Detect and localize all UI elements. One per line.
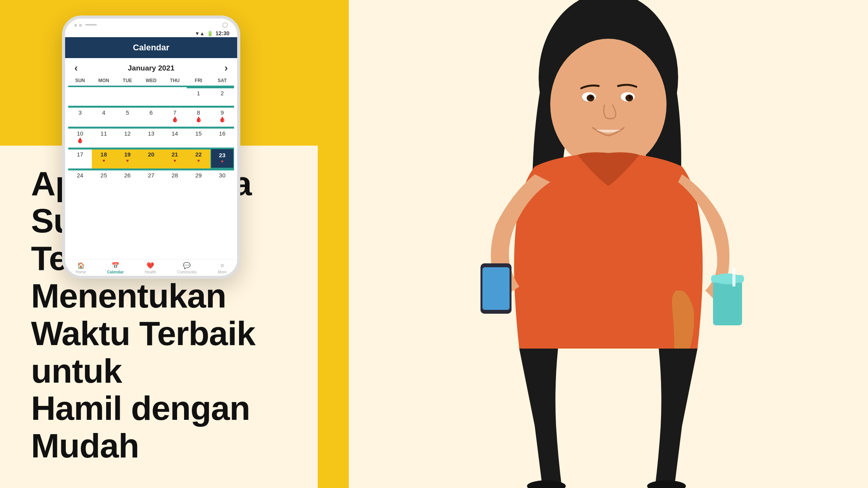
nav-community[interactable]: 💬 Community	[177, 262, 197, 274]
day-26[interactable]: 26	[115, 169, 139, 189]
weekday-headers: SUN MON TUE WED THU FRI SAT	[68, 78, 234, 86]
svg-rect-11	[482, 267, 510, 310]
day-empty-1	[68, 87, 92, 106]
nav-home[interactable]: 🏠 Home	[76, 262, 86, 274]
weekday-sat: SAT	[210, 78, 234, 83]
day-2[interactable]: 2	[210, 87, 234, 106]
day-2-number: 2	[220, 90, 224, 96]
day-9-drop: 🩸	[211, 116, 233, 122]
day-4[interactable]: 4	[92, 107, 115, 127]
day-11[interactable]: 11	[92, 127, 115, 148]
health-label: Health	[145, 270, 156, 274]
day-2-bar	[210, 87, 234, 88]
status-bar: ▼▲ 🔋 12:30	[65, 29, 237, 37]
phone-dot-2	[79, 24, 82, 27]
bottom-nav: 🏠 Home 📅 Calendar ❤️ Health 💬 Community …	[65, 259, 237, 276]
nav-calendar[interactable]: 📅 Calendar	[107, 262, 124, 274]
week-4: 17 18 ♥ 19 ♥ 20 21	[68, 148, 234, 168]
day-empty-5	[163, 87, 187, 106]
day-6[interactable]: 6	[139, 107, 163, 127]
month-year-label: January 2021	[128, 64, 174, 72]
svg-rect-15	[732, 267, 735, 287]
home-label: Home	[76, 270, 86, 274]
calendar-label: Calendar	[107, 270, 124, 274]
person-illustration	[349, 0, 868, 488]
clock: 12:30	[215, 30, 229, 36]
day-23[interactable]: 23 ♥	[210, 148, 234, 168]
day-19[interactable]: 19 ♥	[115, 148, 139, 168]
day-empty-4	[139, 87, 163, 106]
svg-point-9	[629, 96, 632, 99]
day-24[interactable]: 24	[68, 169, 92, 189]
prev-month-button[interactable]: ‹	[74, 62, 78, 74]
day-22[interactable]: 22 ♥	[187, 148, 210, 168]
headline-line4: Hamil dengan Mudah	[31, 389, 250, 465]
day-8-drop: 🩸	[188, 116, 210, 122]
weekday-mon: MON	[92, 78, 115, 83]
phone-speaker	[85, 24, 97, 26]
svg-rect-12	[713, 279, 742, 325]
phone-top-decoration	[65, 19, 237, 29]
day-17[interactable]: 17	[68, 148, 92, 168]
week-2: 3 4 5 6 7 🩸	[68, 106, 234, 127]
day-7-drop: 🩸	[164, 116, 186, 122]
day-21[interactable]: 21 ♥	[163, 148, 187, 168]
day-16[interactable]: 16	[210, 127, 234, 148]
day-10[interactable]: 10 🩸	[68, 127, 92, 148]
home-icon: 🏠	[77, 262, 85, 269]
day-25[interactable]: 25	[92, 169, 115, 189]
day-27[interactable]: 27	[139, 169, 163, 189]
day-empty-2	[92, 87, 115, 106]
day-19-heart: ♥	[116, 158, 138, 163]
weekday-tue: TUE	[115, 78, 139, 83]
nav-more[interactable]: ≡ More	[218, 262, 227, 274]
more-icon: ≡	[220, 262, 224, 269]
person-svg	[349, 0, 868, 488]
app-title: Calendar	[133, 43, 169, 52]
calendar-icon: 📅	[112, 262, 119, 269]
month-nav: ‹ January 2021 ›	[65, 58, 237, 78]
community-label: Community	[177, 270, 197, 274]
day-1-number: 1	[197, 90, 200, 96]
next-month-button[interactable]: ›	[224, 62, 228, 74]
phone-mockup: ▼▲ 🔋 12:30 Calendar ‹ January 2021 › SUN…	[62, 15, 240, 279]
day-29[interactable]: 29	[187, 169, 210, 189]
day-28[interactable]: 28	[163, 169, 187, 189]
day-empty-3	[115, 87, 139, 106]
day-5[interactable]: 5	[115, 107, 139, 127]
phone-camera	[222, 22, 228, 28]
app-header: Calendar	[65, 37, 237, 58]
svg-point-8	[590, 96, 593, 99]
day-1-bar	[187, 87, 210, 88]
day-12[interactable]: 12	[115, 127, 139, 148]
day-1[interactable]: 1	[187, 87, 210, 106]
day-15[interactable]: 15	[187, 127, 210, 148]
day-20[interactable]: 20	[139, 148, 163, 168]
day-9[interactable]: 9 🩸	[210, 107, 234, 127]
week-1: 1 2	[68, 86, 234, 106]
day-3[interactable]: 3	[68, 107, 92, 127]
weekday-fri: FRI	[187, 78, 210, 83]
phone-dots	[74, 24, 97, 27]
nav-health[interactable]: ❤️ Health	[145, 262, 156, 274]
day-13[interactable]: 13	[139, 127, 163, 148]
day-23-heart: ♥	[212, 159, 232, 164]
week-3: 10 🩸 11 12 13 14	[68, 127, 234, 148]
health-icon: ❤️	[146, 262, 154, 269]
weekday-wed: WED	[139, 78, 163, 83]
weekday-thu: THU	[163, 78, 187, 83]
day-18[interactable]: 18 ♥	[92, 148, 115, 168]
more-label: More	[218, 270, 227, 274]
day-8[interactable]: 8 🩸	[187, 107, 210, 127]
svg-rect-14	[711, 275, 744, 283]
day-21-heart: ♥	[164, 158, 186, 163]
phone-dot-1	[74, 24, 77, 27]
week-5: 24 25 26 27 28	[68, 168, 234, 189]
day-30[interactable]: 30	[210, 169, 234, 189]
day-18-heart: ♥	[93, 158, 115, 163]
signal-icon: ▼▲	[195, 31, 205, 36]
day-14[interactable]: 14	[163, 127, 187, 148]
day-7[interactable]: 7 🩸	[163, 107, 187, 127]
battery-icon: 🔋	[207, 31, 213, 36]
day-10-drop: 🩸	[69, 137, 91, 143]
